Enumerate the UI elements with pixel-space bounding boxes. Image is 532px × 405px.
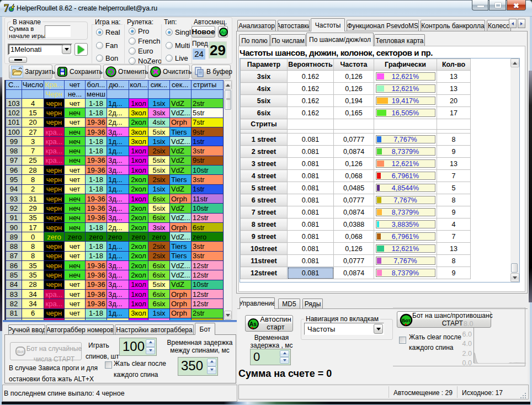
svg-text:7: 7	[4, 3, 9, 13]
svg-text:Бот: Бот	[402, 318, 411, 323]
svg-text:As: As	[249, 321, 257, 327]
